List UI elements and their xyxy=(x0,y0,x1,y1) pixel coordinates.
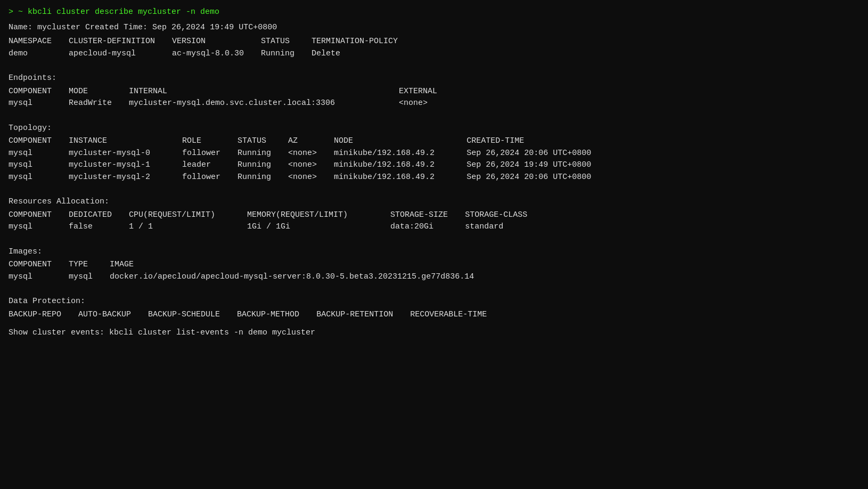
prompt-line: > ~ kbcli cluster describe mycluster -n … xyxy=(9,6,859,19)
cell-topo2-node: minikube/192.168.49.2 xyxy=(334,172,466,184)
col-ep-external: EXTERNAL xyxy=(399,86,454,98)
col-img-image: IMAGE xyxy=(110,259,491,271)
show-events-line: Show cluster events: kbcli cluster list-… xyxy=(9,327,859,339)
cell-topo1-az: <none> xyxy=(288,159,334,172)
col-topo-instance: INSTANCE xyxy=(69,135,182,148)
col-res-dedicated: DEDICATED xyxy=(69,209,129,222)
col-img-component: COMPONENT xyxy=(9,259,69,271)
col-img-type: TYPE xyxy=(69,259,110,271)
cell-res-dedicated: false xyxy=(69,221,129,233)
topology-row-1: mysql mycluster-mysql-1 leader Running <… xyxy=(9,159,608,172)
col-res-class: STORAGE-CLASS xyxy=(465,209,544,222)
images-table: COMPONENT TYPE IMAGE mysql mysql docker.… xyxy=(9,259,491,283)
col-dp-repo: BACKUP-REPO xyxy=(9,309,78,321)
cell-topo2-status: Running xyxy=(238,172,288,184)
created-value: Sep 26,2024 19:49 UTC+0800 xyxy=(152,23,277,32)
data-protection-section-header: Data Protection: xyxy=(9,296,859,308)
cell-topo1-role: leader xyxy=(182,159,238,172)
cell-status: Running xyxy=(261,48,312,60)
col-termination: TERMINATION-POLICY xyxy=(312,36,415,48)
endpoints-data-row: mysql ReadWrite mycluster-mysql.demo.svc… xyxy=(9,97,454,110)
name-value: mycluster xyxy=(37,23,80,32)
endpoints-table-container: COMPONENT MODE INTERNAL EXTERNAL mysql R… xyxy=(9,86,859,110)
col-topo-node: NODE xyxy=(334,135,466,148)
images-header-row: COMPONENT TYPE IMAGE xyxy=(9,259,491,271)
col-topo-created: CREATED-TIME xyxy=(466,135,608,148)
cell-topo2-component: mysql xyxy=(9,172,69,184)
cell-res-cpu: 1 / 1 xyxy=(129,221,247,233)
data-protection-label: Data Protection: xyxy=(9,297,85,306)
data-protection-table-container: BACKUP-REPO AUTO-BACKUP BACKUP-SCHEDULE … xyxy=(9,309,859,321)
endpoints-header-row: COMPONENT MODE INTERNAL EXTERNAL xyxy=(9,86,454,98)
resources-table-container: COMPONENT DEDICATED CPU(REQUEST/LIMIT) M… xyxy=(9,209,859,233)
cell-topo0-component: mysql xyxy=(9,148,69,160)
cell-topo1-instance: mycluster-mysql-1 xyxy=(69,159,182,172)
col-status: STATUS xyxy=(261,36,312,48)
cell-topo2-instance: mycluster-mysql-2 xyxy=(69,172,182,184)
cell-topo0-instance: mycluster-mysql-0 xyxy=(69,148,182,160)
cell-res-memory: 1Gi / 1Gi xyxy=(247,221,390,233)
prompt-text: > ~ kbcli cluster describe mycluster -n … xyxy=(9,7,219,17)
cluster-info-table-container: NAMESPACE CLUSTER-DEFINITION VERSION STA… xyxy=(9,36,859,60)
endpoints-label: Endpoints: xyxy=(9,74,56,83)
col-ep-component: COMPONENT xyxy=(9,86,69,98)
cell-topo2-az: <none> xyxy=(288,172,334,184)
cell-topo0-status: Running xyxy=(238,148,288,160)
cell-topo1-node: minikube/192.168.49.2 xyxy=(334,159,466,172)
images-label: Images: xyxy=(9,247,42,256)
col-dp-retention: BACKUP-RETENTION xyxy=(316,309,410,321)
images-section-header: Images: xyxy=(9,246,859,258)
resources-section-header: Resources Allocation: xyxy=(9,196,859,208)
topology-row-0: mysql mycluster-mysql-0 follower Running… xyxy=(9,148,608,160)
col-topo-az: AZ xyxy=(288,135,334,148)
cluster-name-line: Name: mycluster Created Time: Sep 26,202… xyxy=(9,22,859,34)
col-dp-method: BACKUP-METHOD xyxy=(237,309,316,321)
col-res-storage: STORAGE-SIZE xyxy=(390,209,465,222)
col-res-cpu: CPU(REQUEST/LIMIT) xyxy=(129,209,247,222)
resources-header-row: COMPONENT DEDICATED CPU(REQUEST/LIMIT) M… xyxy=(9,209,544,222)
created-label: Created Time: xyxy=(85,23,148,32)
col-res-memory: MEMORY(REQUEST/LIMIT) xyxy=(247,209,390,222)
col-topo-component: COMPONENT xyxy=(9,135,69,148)
col-topo-role: ROLE xyxy=(182,135,238,148)
cell-img-component: mysql xyxy=(9,271,69,283)
col-dp-schedule: BACKUP-SCHEDULE xyxy=(148,309,237,321)
cell-res-storage: data:20Gi xyxy=(390,221,465,233)
show-events-text: Show cluster events: kbcli cluster list-… xyxy=(9,328,315,337)
images-data-row: mysql mysql docker.io/apecloud/apecloud-… xyxy=(9,271,491,283)
topology-section-header: Topology: xyxy=(9,123,859,135)
topology-label: Topology: xyxy=(9,124,52,133)
cell-namespace: demo xyxy=(9,48,69,60)
cluster-info-table: NAMESPACE CLUSTER-DEFINITION VERSION STA… xyxy=(9,36,415,60)
col-namespace: NAMESPACE xyxy=(9,36,69,48)
cell-topo2-role: follower xyxy=(182,172,238,184)
resources-table: COMPONENT DEDICATED CPU(REQUEST/LIMIT) M… xyxy=(9,209,544,233)
cell-version: ac-mysql-8.0.30 xyxy=(172,48,261,60)
terminal-window: > ~ kbcli cluster describe mycluster -n … xyxy=(9,6,859,339)
resources-data-row: mysql false 1 / 1 1Gi / 1Gi data:20Gi st… xyxy=(9,221,544,233)
resources-label: Resources Allocation: xyxy=(9,197,109,206)
images-table-container: COMPONENT TYPE IMAGE mysql mysql docker.… xyxy=(9,259,859,283)
endpoints-section-header: Endpoints: xyxy=(9,72,859,85)
col-dp-recoverable: RECOVERABLE-TIME xyxy=(410,309,504,321)
col-ep-internal: INTERNAL xyxy=(129,86,399,98)
cell-res-class: standard xyxy=(465,221,544,233)
col-ep-mode: MODE xyxy=(69,86,129,98)
cell-cluster-def: apecloud-mysql xyxy=(69,48,172,60)
cell-ep-component: mysql xyxy=(9,97,69,110)
cluster-info-data-row: demo apecloud-mysql ac-mysql-8.0.30 Runn… xyxy=(9,48,415,60)
data-protection-table: BACKUP-REPO AUTO-BACKUP BACKUP-SCHEDULE … xyxy=(9,309,504,321)
cell-ep-external: <none> xyxy=(399,97,454,110)
col-version: VERSION xyxy=(172,36,261,48)
cell-topo0-created: Sep 26,2024 20:06 UTC+0800 xyxy=(466,148,608,160)
col-res-component: COMPONENT xyxy=(9,209,69,222)
cell-termination: Delete xyxy=(312,48,415,60)
topology-header-row: COMPONENT INSTANCE ROLE STATUS AZ NODE C… xyxy=(9,135,608,148)
cell-topo0-az: <none> xyxy=(288,148,334,160)
name-label: Name: xyxy=(9,23,32,32)
col-topo-status: STATUS xyxy=(238,135,288,148)
data-protection-header-row: BACKUP-REPO AUTO-BACKUP BACKUP-SCHEDULE … xyxy=(9,309,504,321)
cell-topo0-node: minikube/192.168.49.2 xyxy=(334,148,466,160)
cell-topo2-created: Sep 26,2024 20:06 UTC+0800 xyxy=(466,172,608,184)
cell-topo1-component: mysql xyxy=(9,159,69,172)
